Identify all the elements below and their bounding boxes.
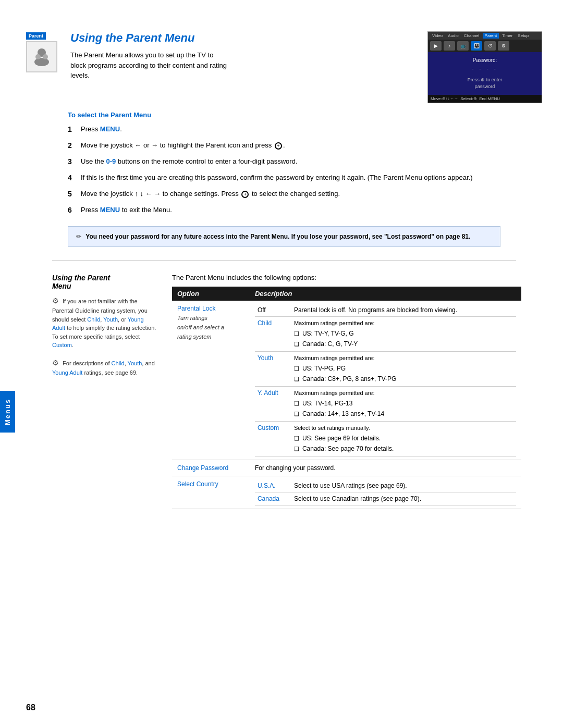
tv-menu-parent: Parent: [483, 33, 499, 39]
tv-icon-4: 👨‍👩‍👧: [471, 41, 482, 51]
plus-circle-icon-2: +: [241, 191, 249, 198]
tv-menu-video: Video: [430, 33, 445, 39]
youth-desc-cell: Maximum ratings permitted are: US: TV-PG…: [291, 352, 516, 387]
select-country-desc: U.S.A. Select to use USA ratings (see pa…: [250, 476, 521, 509]
page-number: 68: [26, 703, 35, 712]
badge-label: Parent: [26, 32, 46, 40]
tv-screen: Video Audio Channel Parent Timer Setup ▶…: [427, 31, 542, 103]
gear-icon-1: ⚙: [52, 297, 59, 305]
left-sidebar-content: Using the ParentMenu ⚙ If you are not fa…: [52, 274, 156, 509]
child-link-1: Child: [87, 316, 100, 323]
yadult-desc-cell: Maximum ratings permitted are: US: TV-14…: [291, 387, 516, 422]
youth-bullets: US: TV-PG, PG Canada: C8+, PG, 8 ans+, T…: [294, 364, 513, 384]
step-4-text: If this is the first time you are creati…: [81, 172, 472, 183]
bottom-section: Using the ParentMenu ⚙ If you are not fa…: [52, 274, 521, 509]
options-table: Option Description Parental Lock Turn ra…: [172, 287, 521, 509]
canada-row: Canada Select to use Canadian ratings (s…: [255, 492, 516, 505]
off-label-cell: Off: [255, 304, 291, 317]
child-bullet-1: US: TV-Y, TV-G, G: [294, 329, 513, 338]
table-header-row: Option Description: [172, 287, 521, 301]
intro-text: The Parent Menu allows you to set up the…: [70, 50, 227, 81]
custom-label-cell: Custom: [255, 422, 291, 456]
table-row-select-country: Select Country U.S.A. Select to use USA …: [172, 476, 521, 509]
usa-desc: Select to use USA ratings (see page 69).: [291, 479, 516, 492]
yadult-row: Y. Adult Maximum ratings permitted are: …: [255, 387, 516, 422]
step-2-num: 2: [68, 140, 81, 151]
step-3-text: Use the 0-9 buttons on the remote contro…: [81, 156, 298, 167]
svg-point-3: [43, 54, 48, 59]
custom-bullets: US: See page 69 for details. Canada: See…: [294, 434, 513, 453]
tv-menu-audio: Audio: [446, 33, 460, 39]
child-bullets: US: TV-Y, TV-G, G Canada: C, G, TV-Y: [294, 329, 513, 349]
tv-menu-channel: Channel: [462, 33, 482, 39]
yadult-bullet-2: Canada: 14+, 13 ans+, TV-14: [294, 409, 513, 418]
right-content: The Parent Menu includes the following o…: [172, 274, 521, 509]
step-6-num: 6: [68, 205, 81, 216]
step-6-text: Press MENU to exit the Menu.: [81, 205, 172, 216]
note-text: You need your password for any future ac…: [85, 233, 470, 240]
tv-bottom-bar: Move:⊕↑↓←→ Select:⊕ End:MENU: [428, 95, 542, 103]
child-desc-cell: Maximum ratings permitted are: US: TV-Y,…: [291, 317, 516, 352]
young-adult-link-2: Young Adult: [52, 369, 82, 376]
pencil-icon: ✏: [76, 233, 81, 240]
sidebar-note-2: ⚙ For descriptions of Child, Youth, and …: [52, 357, 156, 377]
tv-menu-setup: Setup: [516, 33, 531, 39]
parental-lock-desc: Off Parental lock is off. No programs ar…: [250, 301, 521, 460]
section-divider: [52, 260, 516, 261]
usa-label: U.S.A.: [255, 479, 291, 492]
parental-lock-label: Parental Lock: [177, 305, 215, 312]
off-row: Off Parental lock is off. No programs ar…: [255, 304, 516, 317]
plus-circle-icon: +: [275, 142, 282, 150]
tv-press-label: Press ⊕ to enterpassword: [468, 77, 503, 90]
step-1: 1 Press MENU.: [68, 124, 521, 135]
child-link-2: Child: [112, 360, 125, 366]
select-country-cell: Select Country: [172, 476, 250, 509]
title-text-block: Using the Parent Menu The Parent Menu al…: [70, 31, 417, 81]
step-5: 5 Move the joystick ↑ ↓ ← → to change se…: [68, 189, 521, 200]
off-desc-cell: Parental lock is off. No programs are bl…: [291, 304, 516, 317]
youth-link-1: Youth: [103, 316, 118, 323]
note-box: ✏ You need your password for any future …: [68, 226, 500, 247]
parental-lock-cell: Parental Lock Turn ratingson/off and sel…: [172, 301, 250, 460]
custom-link-1: Custom: [52, 342, 72, 348]
tv-password-label: Password:: [473, 57, 497, 63]
yadult-label-cell: Y. Adult: [255, 387, 291, 422]
step-5-num: 5: [68, 189, 81, 200]
steps-section: To select the Parent Menu 1 Press MENU. …: [68, 111, 521, 216]
canada-desc: Select to use Canadian ratings (see page…: [291, 492, 516, 505]
parent-icon: [26, 41, 57, 72]
tv-icon-3: 📺: [457, 41, 469, 51]
yadult-bullets: US: TV-14, PG-13 Canada: 14+, 13 ans+, T…: [294, 399, 513, 418]
youth-row: Youth Maximum ratings permitted are: US:…: [255, 352, 516, 387]
step-4: 4 If this is the first time you are crea…: [68, 172, 521, 183]
select-country-label: Select Country: [177, 480, 218, 488]
youth-label-cell: Youth: [255, 352, 291, 387]
step-6: 6 Press MENU to exit the Menu.: [68, 205, 521, 216]
step-3-num: 3: [68, 156, 81, 167]
tv-icon-5: ⏱: [484, 41, 496, 51]
tv-icon-1: ▶: [430, 41, 442, 51]
parent-badge: Parent: [26, 31, 57, 72]
table-row-change-password: Change Password For changing your passwo…: [172, 460, 521, 476]
sidebar-tab-label: Menus: [4, 398, 11, 425]
menu-highlight: MENU: [100, 125, 120, 133]
usa-row: U.S.A. Select to use USA ratings (see pa…: [255, 479, 516, 492]
child-bullet-2: Canada: C, G, TV-Y: [294, 339, 513, 349]
youth-bullet-2: Canada: C8+, PG, 8 ans+, TV-PG: [294, 374, 513, 384]
sidebar-section-title: Using the ParentMenu: [52, 274, 156, 290]
step-2-text: Move the joystick ← or → to highlight th…: [81, 140, 285, 151]
tv-content-area: Password: - - - - Press ⊕ to enterpasswo…: [428, 52, 542, 95]
select-parent-menu-heading: To select the Parent Menu: [68, 111, 521, 119]
custom-bullet-2: Canada: See page 70 for details.: [294, 444, 513, 453]
step-1-text: Press MENU.: [81, 124, 122, 135]
custom-desc-cell: Select to set ratings manually. US: See …: [291, 422, 516, 456]
tv-icon-2: ♪: [444, 41, 455, 51]
custom-row: Custom Select to set ratings manually. U…: [255, 422, 516, 456]
step-3: 3 Use the 0-9 buttons on the remote cont…: [68, 156, 521, 167]
canada-label: Canada: [255, 492, 291, 505]
table-row-parental-lock: Parental Lock Turn ratingson/off and sel…: [172, 301, 521, 460]
tv-password-dashes: - - - -: [472, 66, 498, 71]
tv-menu-timer: Timer: [500, 33, 515, 39]
step-2: 2 Move the joystick ← or → to highlight …: [68, 140, 521, 151]
tv-menu-bar: Video Audio Channel Parent Timer Setup: [428, 32, 542, 40]
